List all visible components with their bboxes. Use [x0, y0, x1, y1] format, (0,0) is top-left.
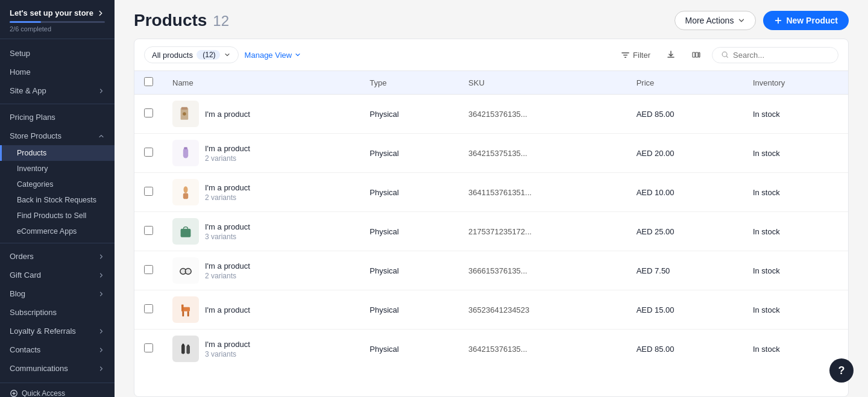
row-type-cell: Physical — [360, 212, 459, 251]
search-icon — [721, 51, 729, 59]
row-sku-cell: 364215376135... — [459, 95, 627, 134]
row-checkbox-cell[interactable] — [134, 134, 163, 173]
col-header-sku: SKU — [459, 71, 627, 95]
row-checkbox-cell[interactable] — [134, 212, 163, 251]
help-button[interactable]: ? — [829, 358, 854, 383]
sidebar-header: Let's set up your store 2/6 completed — [0, 0, 115, 39]
sidebar-item-contacts[interactable]: Contacts — [0, 340, 115, 359]
svg-point-10 — [184, 186, 188, 193]
sidebar-item-store-products[interactable]: Store Products — [0, 127, 115, 145]
search-box — [712, 47, 838, 63]
table-row[interactable]: I'm a product2 variants Physical 3642153… — [134, 134, 848, 173]
row-name-cell: I'm a product2 variants — [163, 134, 360, 173]
products-table: Name Type SKU Price Inventory — [134, 71, 848, 368]
product-thumbnail — [172, 218, 199, 245]
row-type-cell: Physical — [360, 290, 459, 330]
table-row[interactable]: I'm a product3 variants Physical 3642153… — [134, 330, 848, 369]
row-price-cell: AED 7.50 — [627, 251, 743, 290]
row-type-cell: Physical — [360, 95, 459, 134]
chevron-down-icon — [224, 51, 231, 58]
sidebar-item-orders[interactable]: Orders — [0, 247, 115, 266]
row-checkbox-1[interactable] — [144, 148, 153, 157]
row-sku-cell: 364215376135... — [459, 330, 627, 369]
sidebar-item-communications[interactable]: Communications — [0, 359, 115, 378]
filter-button[interactable]: Filter — [616, 48, 655, 63]
sidebar-divider-2 — [0, 243, 115, 243]
sidebar-item-loyalty[interactable]: Loyalty & Referrals — [0, 322, 115, 340]
page-title-count: 12 — [213, 13, 229, 30]
sidebar-item-gift-card[interactable]: Gift Card — [0, 266, 115, 284]
progress-label: 2/6 completed — [10, 25, 105, 33]
row-name-cell: I'm a product — [163, 95, 360, 134]
table-row[interactable]: I'm a product2 variants Physical 3666153… — [134, 251, 848, 290]
chevron-right-icon — [98, 328, 105, 335]
more-actions-button[interactable]: More Actions — [675, 11, 756, 30]
svg-rect-2 — [696, 52, 698, 57]
select-all-checkbox[interactable] — [144, 77, 153, 86]
row-name-cell: I'm a product3 variants — [163, 330, 360, 369]
row-checkbox-3[interactable] — [144, 226, 153, 235]
row-price-cell: AED 15.00 — [627, 290, 743, 330]
row-checkbox-cell[interactable] — [134, 95, 163, 134]
new-product-button[interactable]: New Product — [763, 11, 849, 30]
table-row[interactable]: I'm a product Physical 364215376135... A… — [134, 95, 848, 134]
row-checkbox-2[interactable] — [144, 187, 153, 196]
sidebar-item-blog[interactable]: Blog — [0, 284, 115, 303]
chevron-down-icon — [737, 16, 746, 25]
row-name-cell: I'm a product — [163, 290, 360, 330]
row-checkbox-5[interactable] — [144, 304, 153, 313]
table-row[interactable]: I'm a product2 variants Physical 3641153… — [134, 173, 848, 212]
svg-rect-20 — [186, 345, 190, 354]
chevron-right-icon — [98, 253, 105, 260]
row-checkbox-0[interactable] — [144, 108, 153, 117]
table-row[interactable]: I'm a product3 variants Physical 2175371… — [134, 212, 848, 251]
row-checkbox-cell[interactable] — [134, 251, 163, 290]
sidebar-item-subscriptions[interactable]: Subscriptions — [0, 303, 115, 322]
row-inventory-cell: In stock — [743, 290, 848, 330]
chevron-right-icon — [98, 87, 105, 95]
manage-view-button[interactable]: Manage View — [245, 51, 302, 60]
sidebar-item-setup[interactable]: Setup — [0, 44, 115, 63]
row-checkbox-6[interactable] — [144, 343, 153, 352]
row-sku-cell: 366615376135... — [459, 251, 627, 290]
sidebar-sub-item-inventory[interactable]: Inventory — [0, 161, 115, 177]
sidebar-sub-item-products[interactable]: Products — [0, 145, 115, 161]
select-all-cell[interactable] — [134, 71, 163, 95]
sidebar-item-home[interactable]: Home — [0, 63, 115, 81]
sidebar: Let's set up your store 2/6 completed Se… — [0, 0, 115, 397]
svg-rect-8 — [183, 148, 188, 158]
main-content: Products 12 More Actions New Product All… — [115, 0, 868, 397]
product-thumbnail — [172, 296, 199, 323]
row-checkbox-4[interactable] — [144, 265, 153, 274]
sidebar-item-pricing[interactable]: Pricing Plans — [0, 108, 115, 127]
sidebar-item-site-app[interactable]: Site & App — [0, 81, 115, 100]
row-checkbox-cell[interactable] — [134, 290, 163, 330]
quick-access-button[interactable]: Quick Access — [10, 389, 105, 397]
export-button[interactable] — [661, 45, 681, 64]
table-row[interactable]: I'm a product Physical 36523641234523 AE… — [134, 290, 848, 330]
row-inventory-cell: In stock — [743, 173, 848, 212]
row-type-cell: Physical — [360, 330, 459, 369]
sidebar-sub-item-ecommerce-apps[interactable]: eCommerce Apps — [0, 224, 115, 239]
all-products-filter[interactable]: All products (12) — [144, 46, 239, 63]
chevron-right-icon — [98, 272, 105, 279]
row-sku-cell: 364215375135... — [459, 134, 627, 173]
row-price-cell: AED 85.00 — [627, 95, 743, 134]
sidebar-store-setup[interactable]: Let's set up your store — [10, 8, 105, 17]
svg-rect-21 — [182, 344, 184, 346]
search-input[interactable] — [733, 51, 829, 60]
row-name-cell: I'm a product3 variants — [163, 212, 360, 251]
row-checkbox-cell[interactable] — [134, 173, 163, 212]
sidebar-sub-item-categories[interactable]: Categories — [0, 177, 115, 192]
columns-button[interactable] — [687, 45, 706, 64]
export-icon — [666, 50, 676, 60]
sidebar-sub-item-back-in-stock[interactable]: Back in Stock Requests — [0, 192, 115, 208]
svg-rect-3 — [699, 52, 700, 57]
row-price-cell: AED 25.00 — [627, 212, 743, 251]
product-thumbnail — [172, 101, 199, 127]
row-checkbox-cell[interactable] — [134, 330, 163, 369]
sidebar-nav: Setup Home Site & App Pricing Plans Stor… — [0, 39, 115, 383]
svg-rect-6 — [181, 107, 187, 110]
sidebar-sub-item-find-products[interactable]: Find Products to Sell — [0, 208, 115, 224]
table-container: All products (12) Manage View Filter — [134, 39, 849, 397]
